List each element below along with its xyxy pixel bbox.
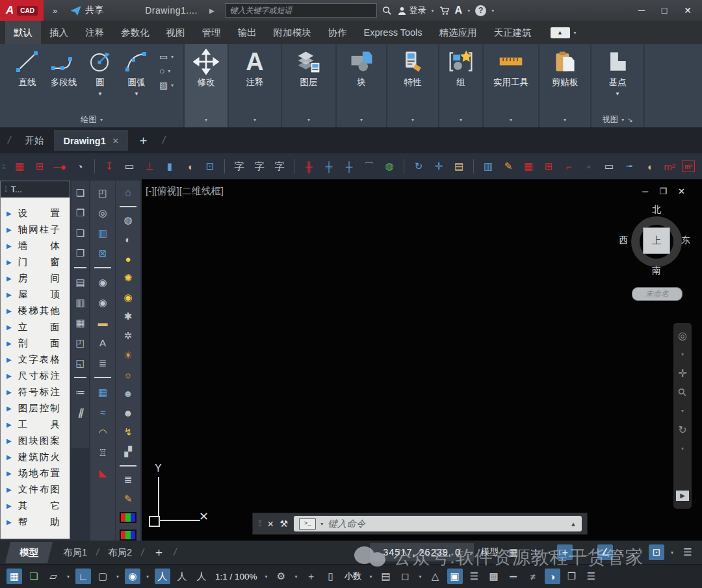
model-space-button[interactable]: 模型 (478, 546, 501, 558)
divider[interactable] (94, 377, 112, 378)
showmotion-icon[interactable]: ▶ (676, 491, 689, 501)
layers-panel-caret-icon[interactable]: ▾ (307, 117, 310, 123)
layout2-tab[interactable]: 布局2 (101, 546, 138, 559)
mail-block-icon[interactable]: ⊠ (96, 246, 110, 260)
annotation-scale-icon[interactable]: 人 (194, 569, 209, 584)
ellipse-button[interactable]: ○▾ (159, 66, 174, 76)
palette-title-bar[interactable]: ⁞⁞ T... (1, 181, 70, 198)
quick-access-expand-icon[interactable]: » (53, 6, 56, 16)
ribbon-collapse-button[interactable]: ▲ (551, 27, 570, 38)
rectangle-caret-icon[interactable]: ▾ (171, 54, 174, 60)
scale-caret[interactable]: ▾ (263, 569, 270, 584)
tab-output[interactable]: 输出 (229, 21, 265, 44)
help-button[interactable]: ? (475, 5, 486, 16)
wrench-icon[interactable]: ⚒ (280, 518, 289, 529)
view-panel[interactable]: 基点 ▼ 视图 ▾ ↘ (592, 44, 645, 127)
overlap-layer-b-icon[interactable]: ❐ (73, 206, 88, 220)
menu-other[interactable]: ▶ 其它 (1, 498, 70, 514)
separator[interactable] (224, 159, 225, 173)
arc-caret-icon[interactable]: ▼ (134, 91, 139, 97)
sun-rotate-icon[interactable]: ☼ (121, 368, 135, 381)
iso-caret[interactable]: ▾ (65, 569, 72, 584)
divider[interactable] (120, 206, 137, 207)
object-snap-icon[interactable]: ⊡ (649, 544, 664, 560)
color-bar-b-icon[interactable] (120, 530, 136, 541)
fullscreen-icon[interactable]: ❒ (564, 569, 580, 584)
maximize-button[interactable]: □ (662, 5, 667, 16)
wave-icon[interactable]: ≈ (96, 405, 110, 419)
selection-caret[interactable]: ▾ (114, 569, 121, 584)
utilities-button[interactable]: 实用工具 (488, 49, 534, 88)
new-layout-button[interactable]: ＋ (146, 544, 171, 560)
menu-door-window[interactable]: ▶ 门窗 (1, 254, 70, 270)
zoom-caret[interactable]: ▾ (681, 406, 684, 416)
basepoint-caret-icon[interactable]: ▼ (615, 91, 620, 97)
menu-stairs-other[interactable]: ▶ 楼梯其他 (1, 303, 70, 319)
axis-grid-icon[interactable]: ▦ (12, 158, 27, 175)
menu-block-pattern[interactable]: ▶ 图块图案 (1, 433, 70, 449)
single-text-icon[interactable]: 字 (252, 158, 267, 175)
divider[interactable] (74, 377, 86, 378)
selection-cycling-icon[interactable]: ▢ (95, 569, 110, 584)
separator[interactable] (404, 159, 404, 173)
block-low-icon[interactable]: ◱ (73, 356, 88, 370)
hatch-caret-icon[interactable]: ▾ (171, 83, 174, 88)
command-input[interactable]: >_ ▾ 键入命令 ▲ (294, 516, 582, 531)
autodesk-caret-icon[interactable]: ▾ (467, 8, 470, 14)
divider[interactable] (74, 267, 86, 268)
tab-addins[interactable]: 附加模块 (265, 21, 320, 44)
zoom-icon[interactable]: ⚲ (676, 386, 689, 399)
block-left-icon[interactable]: ◰ (73, 336, 88, 350)
tab-insert[interactable]: 插入 (41, 21, 77, 44)
drawing-canvas[interactable] (142, 179, 702, 541)
clean-screen-icon[interactable]: ◑ (545, 569, 560, 584)
lock-ui-icon[interactable]: ◻ (398, 569, 413, 584)
arc-door-icon[interactable]: ◖ (182, 158, 198, 175)
units-caret[interactable]: ▾ (368, 569, 374, 584)
bar-top-icon[interactable]: ▤ (73, 275, 88, 289)
modify-button[interactable]: 修改 (188, 49, 224, 88)
divider[interactable] (120, 465, 137, 467)
circle-button[interactable]: 圆 ▼ (83, 49, 118, 97)
ellipse-caret-icon[interactable]: ▾ (168, 68, 170, 74)
area-icon[interactable]: m² (662, 158, 677, 175)
axis-grid-2-icon[interactable]: ▦ (521, 158, 536, 175)
group-panel-caret-icon[interactable]: ▾ (460, 117, 462, 123)
dim-two-point-icon[interactable]: ╪ (321, 158, 337, 175)
polyline-button[interactable]: 多段线 (46, 49, 81, 88)
dim-axis-icon[interactable]: ╫ (301, 158, 317, 175)
snap-mode-icon[interactable]: ∷ (526, 544, 541, 560)
tab-view[interactable]: 视图 (158, 21, 194, 44)
menu-text-table[interactable]: ▶ 文字表格 (1, 352, 70, 368)
osnap-tracking-icon[interactable]: ⋰ (629, 544, 644, 560)
selection-filter-icon[interactable]: ═ (506, 569, 521, 584)
sign-in-caret-icon[interactable]: ▾ (432, 8, 434, 14)
nav-wheel-icon[interactable]: ◎ (678, 331, 687, 341)
viewcube-east-label[interactable]: 东 (681, 235, 690, 246)
nav-wheel-caret[interactable]: ▾ (681, 350, 684, 360)
menu-site-layout[interactable]: ▶ 场地布置 (1, 465, 70, 481)
properties-panel-caret-icon[interactable]: ▾ (411, 117, 414, 123)
ucs-toggle-icon[interactable]: ∟ (75, 569, 91, 584)
bulb-on-icon[interactable]: ● (121, 253, 135, 266)
overlap-layer-a-icon[interactable]: ❏ (73, 186, 88, 199)
menu-symbol-annotation[interactable]: ▶ 符号标注 (1, 384, 70, 400)
iso-drafting-icon[interactable]: ▱ (46, 569, 61, 584)
tab-tangent-tarch[interactable]: 天正建筑 (486, 21, 540, 44)
search-button[interactable] (382, 6, 392, 16)
tab-manage[interactable]: 管理 (194, 21, 229, 44)
block-panel[interactable]: 块 ▾ (337, 44, 387, 127)
new-drawing-button[interactable]: ＋ (131, 132, 156, 149)
dim-arc-icon[interactable]: ⌒ (361, 158, 377, 175)
inplace-edit-icon[interactable]: ✎ (500, 158, 516, 175)
viewport-minimize-icon[interactable]: ─ (642, 186, 648, 196)
recent-commands-caret-icon[interactable]: ▾ (320, 521, 323, 527)
menu-elevation[interactable]: ▶ 立面 (1, 319, 70, 335)
search-input[interactable]: 键入关键字或短语 (225, 3, 377, 18)
construction-column-icon[interactable]: ▫ (581, 158, 597, 175)
group-button[interactable]: 组 (443, 49, 478, 88)
doc-stamp-icon[interactable]: ◰ (96, 186, 110, 199)
tab-express-tools[interactable]: Express Tools (356, 21, 431, 44)
overlap-layer-c-icon[interactable]: ❏ (73, 226, 88, 240)
orbit-icon[interactable]: ↻ (678, 425, 686, 435)
